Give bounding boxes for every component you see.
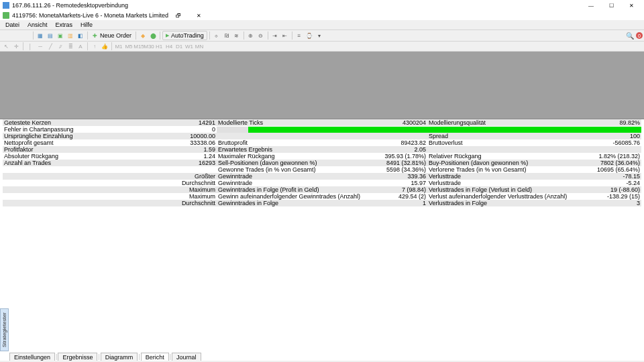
strategy-tester-tab[interactable]: Strategietester	[0, 308, 9, 351]
periods-icon[interactable]: ⌚	[305, 31, 314, 40]
cell-label: Sell-Positionen (davon gewonnen %)	[217, 160, 370, 166]
cell-label: Bruttoverlust	[427, 139, 568, 146]
cell-label: Bruttoprofit	[217, 139, 370, 146]
cell-label: Gewinn aufeinanderfolgender Gewinntrades…	[217, 193, 370, 200]
rdp-icon	[3, 2, 9, 9]
m15-button[interactable]: M15	[134, 42, 144, 50]
cell-label: Nettoprofit gesamt	[3, 139, 150, 146]
terminal-icon[interactable]: ▥	[66, 31, 75, 40]
market-watch-icon[interactable]: ▦	[36, 31, 45, 40]
thumb-icon[interactable]: 👍	[100, 42, 109, 50]
tester-icon[interactable]: ◧	[76, 31, 85, 40]
menu-ansicht[interactable]: Ansicht	[23, 21, 52, 28]
minimize-button[interactable]: —	[581, 1, 601, 10]
crosshair-icon[interactable]: ✛	[11, 42, 21, 50]
app-close-button[interactable]: ✕	[189, 11, 209, 20]
mn-button[interactable]: MN	[195, 42, 204, 50]
expert-icon[interactable]: ⬤	[148, 31, 158, 40]
cell-label: Verlusttrade	[427, 173, 568, 180]
new-order-icon[interactable]: ✚	[90, 31, 99, 40]
auto-scroll-icon[interactable]: ⇥	[270, 31, 280, 40]
cell-label: Modellierungsqualität	[427, 119, 568, 126]
hline-icon[interactable]: ─	[36, 42, 45, 50]
cell-label: Spread	[427, 133, 568, 139]
menubar: Datei Ansicht Extras Hilfe	[0, 20, 644, 30]
m30-button[interactable]: M30	[144, 42, 154, 50]
cell-value: 100	[568, 133, 641, 139]
search-icon[interactable]: 🔍	[626, 32, 634, 40]
cell-value: 1.24	[150, 153, 217, 160]
app-icon	[3, 12, 9, 19]
m5-button[interactable]: M5	[124, 42, 133, 50]
new-chart-icon[interactable]	[1, 31, 11, 40]
cell-label: Erwartetes Ergebnis	[217, 146, 370, 153]
menu-extras[interactable]: Extras	[52, 21, 77, 28]
close-button[interactable]: ✕	[621, 1, 641, 10]
cell-label: Modellierte Ticks	[217, 119, 370, 126]
templates-icon[interactable]: ▾	[315, 31, 324, 40]
zoom-in-icon[interactable]: ⊕	[246, 31, 256, 40]
cell-value: 429.54 (2)	[370, 193, 427, 200]
arrow-icon[interactable]: ↑	[90, 42, 99, 50]
cell-value: 2.05	[370, 146, 427, 153]
open-icon[interactable]	[21, 31, 31, 40]
cell-label: Ursprüngliche Einzahlung	[3, 133, 150, 139]
cell-label: Verlusttrades in Folge	[427, 200, 568, 206]
data-window-icon[interactable]: ▤	[46, 31, 55, 40]
notification-badge[interactable]: 0	[636, 32, 643, 39]
navigator-icon[interactable]: ▣	[56, 31, 65, 40]
cell-value: -138.29 (15)	[568, 193, 641, 200]
meta-icon[interactable]: ◆	[138, 31, 148, 40]
toolbar-main: ▦ ▤ ▣ ▥ ◧ ✚ Neue Order ◆ ⬤ ▶ AutoTrading…	[0, 30, 644, 42]
maximize-button[interactable]: ☐	[601, 1, 621, 10]
cell-value: 4300204	[370, 119, 427, 126]
m1-button[interactable]: M1	[114, 42, 123, 50]
cursor-icon[interactable]: ↖	[1, 42, 11, 50]
cell-label: Verlusttrades in Folge (Verlust in Geld)	[427, 186, 568, 193]
menu-datei[interactable]: Datei	[1, 21, 23, 28]
cell-label: Gewinntrade	[217, 180, 370, 186]
trendline-icon[interactable]: ╱	[46, 42, 55, 50]
text-icon[interactable]: A	[76, 42, 85, 50]
cell-label: Relativer Rückgang	[427, 153, 568, 160]
cell-label: Gewinntrade	[217, 173, 370, 180]
h1-button[interactable]: H1	[154, 42, 164, 50]
d1-button[interactable]: D1	[174, 42, 184, 50]
app-titlebar: 4119756: MonetaMarkets-Live 6 - Moneta M…	[0, 11, 644, 20]
cell-value: 0	[150, 126, 217, 133]
w1-button[interactable]: W1	[184, 42, 194, 50]
line-chart-icon[interactable]: ≋	[232, 31, 241, 40]
progress-bar	[217, 127, 427, 133]
quality-bar	[427, 127, 641, 133]
autotrading-button[interactable]: ▶ AutoTrading	[162, 31, 207, 40]
cell-value: 395.93 (1.78%)	[370, 153, 427, 160]
fibo-icon[interactable]: ≣	[66, 42, 75, 50]
cell-label: Buy-Positionen (davon gewonnen %)	[427, 160, 568, 166]
zoom-out-icon[interactable]: ⊖	[256, 31, 266, 40]
bar-chart-icon[interactable]: ⟐	[212, 31, 221, 40]
cell-value: 89423.82	[370, 139, 427, 146]
vline-icon[interactable]: │	[25, 42, 35, 50]
profiles-icon[interactable]	[11, 31, 21, 40]
cell-label: Verlust aufeinanderfolgender Verlusttrad…	[427, 193, 568, 200]
app-restore-button[interactable]: 🗗	[168, 11, 189, 20]
cell-value: -78.15	[568, 173, 641, 180]
app-title: 4119756: MonetaMarkets-Live 6 - Moneta M…	[12, 12, 168, 19]
chart-shift-icon[interactable]: ⇤	[280, 31, 290, 40]
rdp-titlebar: 167.86.111.26 - Remotedesktopverbindung …	[0, 0, 644, 11]
cell-label: Verlusttrade	[427, 180, 568, 186]
cell-label: Maximum	[150, 186, 217, 193]
cell-label: Größter	[150, 173, 217, 180]
chart-area[interactable]	[0, 52, 644, 119]
new-order-label[interactable]: Neue Order	[100, 32, 131, 39]
cell-label: Profitfaktor	[3, 146, 150, 153]
cell-label: Durchschnitt	[150, 180, 217, 186]
channel-icon[interactable]: ⫽	[56, 42, 65, 50]
h4-button[interactable]: H4	[164, 42, 174, 50]
toolbar-drawing: ↖ ✛ │ ─ ╱ ⫽ ≣ A ↑ 👍 M1 M5 M15 M30 H1 H4 …	[0, 42, 644, 52]
menu-hilfe[interactable]: Hilfe	[76, 21, 97, 28]
cell-value: 7802 (36.04%)	[568, 160, 641, 166]
indicators-icon[interactable]: ≡	[294, 31, 304, 40]
candlestick-icon[interactable]: ₪	[222, 31, 231, 40]
cell-value: 14291	[150, 119, 217, 126]
